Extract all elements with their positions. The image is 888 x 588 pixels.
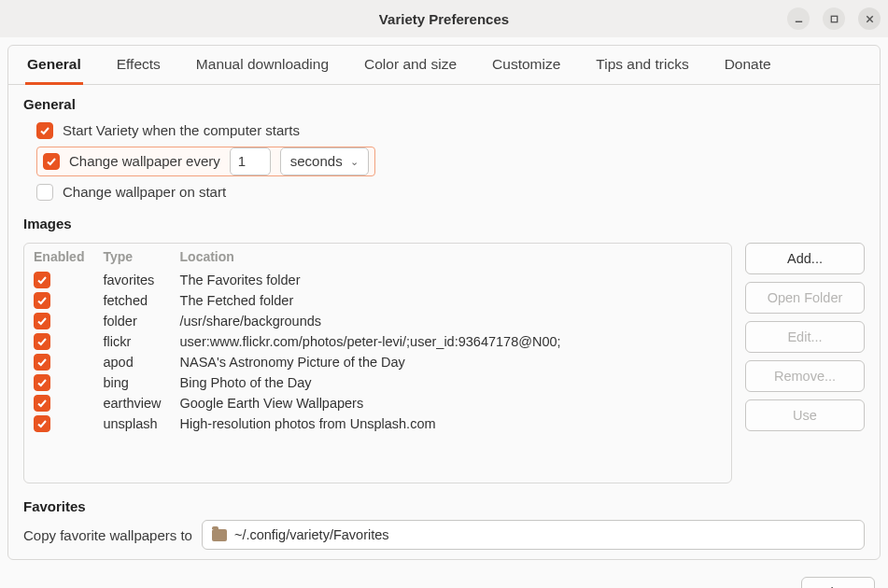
minimize-icon (794, 14, 804, 24)
table-row[interactable]: flickruser:www.flickr.com/photos/peter-l… (24, 331, 731, 352)
source-location: user:www.flickr.com/photos/peter-levi/;u… (171, 331, 731, 352)
section-general: General Start Variety when the computer … (8, 85, 880, 214)
check-icon (36, 315, 48, 327)
source-enabled-checkbox[interactable] (34, 313, 50, 329)
change-unit-value: seconds (290, 148, 343, 175)
col-location: Location (171, 244, 731, 270)
table-header-row: Enabled Type Location (24, 244, 731, 270)
start-on-boot-checkbox[interactable] (36, 122, 53, 139)
maximize-icon (829, 14, 839, 24)
tab-customize[interactable]: Customize (490, 56, 562, 85)
check-icon (36, 357, 48, 368)
tab-general[interactable]: General (25, 56, 83, 85)
images-layout: Enabled Type Location favoritesThe Favor… (8, 237, 880, 483)
titlebar: Variety Preferences (0, 0, 888, 37)
table-row[interactable]: apodNASA's Astronomy Picture of the Day (24, 352, 731, 372)
favorites-path-chooser[interactable]: ~/.config/variety/Favorites (202, 520, 865, 550)
source-location: The Fetched folder (171, 290, 731, 311)
source-type: bing (93, 372, 170, 393)
source-location: The Favorites folder (171, 270, 731, 290)
source-enabled-checkbox[interactable] (34, 292, 50, 309)
change-interval-value: 1 (238, 148, 246, 175)
source-type: unsplash (93, 413, 170, 434)
source-enabled-checkbox[interactable] (34, 395, 50, 412)
table-row[interactable]: bingBing Photo of the Day (24, 372, 731, 393)
favorites-label: Copy favorite wallpapers to (23, 527, 192, 543)
source-location: Bing Photo of the Day (171, 372, 731, 393)
dialog-footer: Close (0, 567, 888, 588)
source-location: /usr/share/backgrounds (171, 311, 731, 331)
table-row[interactable]: fetchedThe Fetched folder (24, 290, 731, 311)
content-frame: General Effects Manual downloading Color… (7, 45, 881, 560)
check-icon (36, 295, 48, 306)
change-interval-input[interactable]: 1 (230, 147, 271, 175)
start-on-boot-label: Start Variety when the computer starts (63, 118, 300, 144)
tab-tips-and-tricks[interactable]: Tips and tricks (594, 56, 690, 85)
tab-manual-downloading[interactable]: Manual downloading (194, 56, 331, 85)
chevron-down-icon: ⌄ (350, 148, 359, 175)
source-enabled-checkbox[interactable] (34, 272, 50, 288)
option-change-wallpaper: Change wallpaper every 1 seconds ⌄ (36, 147, 375, 176)
table-row[interactable]: unsplashHigh-resolution photos from Unsp… (24, 413, 731, 434)
remove-button[interactable]: Remove... (745, 360, 865, 392)
check-icon (46, 156, 57, 167)
svg-rect-1 (831, 16, 837, 21)
close-icon (865, 14, 875, 24)
tab-effects[interactable]: Effects (115, 56, 162, 85)
check-icon (36, 377, 48, 388)
col-type: Type (93, 244, 170, 270)
source-location: High-resolution photos from Unsplash.com (171, 413, 731, 434)
image-sources-table[interactable]: Enabled Type Location favoritesThe Favor… (23, 243, 732, 483)
source-type: folder (93, 311, 170, 331)
check-icon (36, 274, 48, 286)
section-heading-images: Images (23, 216, 865, 231)
source-type: apod (93, 352, 170, 372)
tab-donate[interactable]: Donate (723, 56, 773, 85)
check-icon (36, 418, 48, 429)
section-favorites: Favorites Copy favorite wallpapers to ~/… (8, 483, 880, 559)
close-window-button[interactable] (858, 7, 881, 30)
change-unit-select[interactable]: seconds ⌄ (280, 147, 369, 175)
option-start-on-boot: Start Variety when the computer starts (36, 118, 865, 144)
change-wallpaper-checkbox[interactable] (43, 153, 60, 170)
favorites-path: ~/.config/variety/Favorites (234, 527, 389, 542)
minimize-button[interactable] (787, 7, 810, 30)
check-icon (36, 336, 48, 347)
option-change-on-start: Change wallpaper on start (36, 179, 865, 205)
table-row[interactable]: folder/usr/share/backgrounds (24, 311, 731, 331)
add-button[interactable]: Add... (745, 243, 865, 274)
source-type: favorites (93, 270, 170, 290)
maximize-button[interactable] (823, 7, 845, 30)
section-heading-general: General (23, 96, 865, 112)
section-heading-favorites: Favorites (23, 498, 865, 514)
change-on-start-checkbox[interactable] (36, 184, 53, 201)
check-icon (36, 398, 48, 409)
source-enabled-checkbox[interactable] (34, 415, 50, 432)
source-enabled-checkbox[interactable] (34, 374, 50, 391)
source-location: NASA's Astronomy Picture of the Day (171, 352, 731, 372)
edit-button[interactable]: Edit... (745, 321, 865, 353)
source-enabled-checkbox[interactable] (34, 333, 50, 350)
section-images: Images (8, 216, 880, 231)
change-wallpaper-label: Change wallpaper every (69, 148, 220, 175)
tab-color-and-size[interactable]: Color and size (362, 56, 458, 85)
table-row[interactable]: favoritesThe Favorites folder (24, 270, 731, 290)
tab-bar: General Effects Manual downloading Color… (8, 46, 880, 85)
col-enabled: Enabled (24, 244, 93, 270)
favorites-row: Copy favorite wallpapers to ~/.config/va… (23, 520, 865, 550)
folder-icon (212, 529, 227, 541)
source-enabled-checkbox[interactable] (34, 354, 50, 371)
close-button[interactable]: Close (801, 577, 875, 588)
source-type: fetched (93, 290, 170, 311)
source-location: Google Earth View Wallpapers (171, 393, 731, 413)
open-folder-button[interactable]: Open Folder (745, 282, 865, 314)
source-type: flickr (93, 331, 170, 352)
table-row[interactable]: earthviewGoogle Earth View Wallpapers (24, 393, 731, 413)
use-button[interactable]: Use (745, 399, 865, 431)
window-title: Variety Preferences (0, 11, 888, 27)
image-buttons: Add... Open Folder Edit... Remove... Use (745, 243, 865, 483)
check-icon (39, 125, 50, 136)
window-buttons (787, 7, 881, 30)
source-type: earthview (93, 393, 170, 413)
change-on-start-label: Change wallpaper on start (63, 179, 226, 205)
